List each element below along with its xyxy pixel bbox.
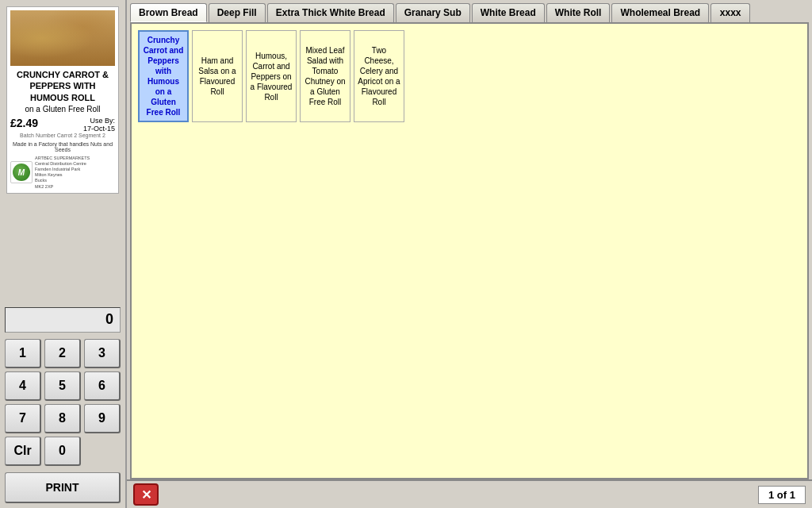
item-card-1[interactable]: Crunchy Carrot and Peppers with Humous o…	[138, 30, 189, 122]
tab-granary-sub[interactable]: Granary Sub	[396, 3, 470, 22]
product-title: CRUNCHY CARROT & PEPPERS WITH HUMOUS ROL…	[10, 69, 115, 103]
item-card-3[interactable]: Humous, Carrot and Peppers on a Flavoure…	[246, 30, 297, 122]
numpad-display: 0	[5, 307, 121, 333]
tab-extra-thick-white[interactable]: Extra Thick White Bread	[267, 3, 394, 22]
right-panel: Brown BreadDeep FillExtra Thick White Br…	[127, 0, 812, 508]
product-card: CRUNCHY CARROT & PEPPERS WITH HUMOUS ROL…	[6, 6, 119, 194]
product-price: £2.49	[10, 117, 38, 129]
supplier-logo: M	[10, 161, 33, 183]
items-grid: Crunchy Carrot and Peppers with Humous o…	[138, 30, 801, 122]
tab-xxxx[interactable]: xxxx	[710, 3, 750, 22]
item-card-5[interactable]: Two Cheese, Celery and Apricot on a Flav…	[354, 30, 404, 122]
numpad-btn-5[interactable]: 5	[44, 371, 81, 401]
tab-white-roll[interactable]: White Roll	[546, 3, 611, 22]
print-button[interactable]: PRINT	[5, 472, 121, 503]
numpad-btn-1[interactable]: 1	[5, 339, 41, 368]
allergen-text: Made in a Factory that handles Nuts and …	[10, 141, 115, 152]
numpad-btn-3[interactable]: 3	[84, 339, 121, 368]
page-info: 1 of 1	[758, 486, 806, 504]
numpad-btn-4[interactable]: 4	[5, 371, 41, 401]
content-area: Crunchy Carrot and Peppers with Humous o…	[130, 22, 809, 479]
product-supplier: M ARTBEC SUPERMARKETS Central Distributi…	[10, 156, 115, 190]
numpad-btn-2[interactable]: 2	[44, 339, 81, 368]
use-by-date: 17-Oct-15	[83, 125, 115, 133]
numpad-btn-9[interactable]: 9	[84, 404, 121, 433]
tab-brown-bread[interactable]: Brown Bread	[130, 3, 207, 22]
left-panel: CRUNCHY CARROT & PEPPERS WITH HUMOUS ROL…	[0, 0, 127, 508]
numpad-btn-8[interactable]: 8	[44, 404, 81, 433]
product-image	[10, 10, 115, 66]
item-card-2[interactable]: Ham and Salsa on a Flavoured Roll	[192, 30, 243, 122]
numpad: 1 2 3 4 5 6 7 8 9 Clr 0	[0, 336, 125, 469]
tab-wholemeal-bread[interactable]: Wholemeal Bread	[611, 3, 709, 22]
product-subtitle: on a Gluten Free Roll	[10, 105, 115, 114]
tab-white-bread[interactable]: White Bread	[472, 3, 545, 22]
spacer	[0, 200, 125, 304]
bottom-bar: ✕ 1 of 1	[127, 479, 812, 508]
use-by-label: Use By:	[83, 117, 115, 125]
close-button[interactable]: ✕	[133, 483, 159, 506]
numpad-btn-clr[interactable]: Clr	[5, 437, 41, 466]
tabs-bar: Brown BreadDeep FillExtra Thick White Br…	[127, 0, 812, 22]
tab-deep-fill[interactable]: Deep Fill	[209, 3, 266, 22]
main-container: CRUNCHY CARROT & PEPPERS WITH HUMOUS ROL…	[0, 0, 812, 508]
supplier-address: ARTBEC SUPERMARKETS Central Distribution…	[35, 156, 90, 190]
numpad-btn-0[interactable]: 0	[44, 437, 81, 466]
product-image-inner	[10, 10, 115, 66]
supplier-logo-circle: M	[13, 164, 30, 181]
barcode-line: Batch Number Carrot 2 Segment 2	[10, 133, 115, 138]
numpad-btn-6[interactable]: 6	[84, 371, 121, 401]
numpad-btn-7[interactable]: 7	[5, 404, 41, 433]
item-card-4[interactable]: Mixed Leaf Salad with Tomato Chutney on …	[300, 30, 350, 122]
